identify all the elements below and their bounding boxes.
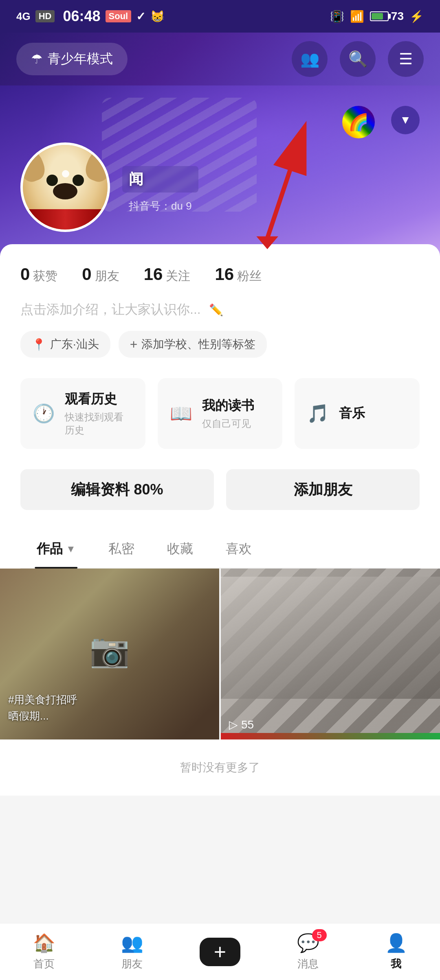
features-row: 🕐 观看历史 快速找到观看历史 📖 我的读书 仅自己可见 🎵 音乐 xyxy=(20,378,420,449)
username-area: 闻 抖音号：du 9 xyxy=(122,166,198,216)
profile-dropdown-button[interactable]: ▼ xyxy=(391,106,420,134)
soul-icon: Soul xyxy=(106,10,132,22)
nav-friends-label: 朋友 xyxy=(121,957,143,971)
video-item-2[interactable]: ▷ 55 xyxy=(221,569,440,739)
fans-label: 粉丝 xyxy=(237,268,262,284)
nav-create[interactable]: + xyxy=(187,938,253,966)
status-right: 📳 📶 73 ⚡ xyxy=(330,10,424,23)
profile-nav-icon: 👤 xyxy=(385,932,407,954)
bottom-navigation: 🏠 首页 👥 朋友 + 💬 5 消息 👤 我 xyxy=(0,923,440,980)
face-icon: 😸 xyxy=(150,10,165,23)
action-row: 编辑资料 80% 添加朋友 xyxy=(20,469,420,510)
book-icon: 📖 xyxy=(170,403,192,424)
wifi-icon: 📶 xyxy=(350,10,364,23)
nav-friends[interactable]: 👥 朋友 xyxy=(99,932,165,971)
video-item-1[interactable]: 📷 #用美食打招呼 晒假期... xyxy=(0,569,219,739)
profile-hero: 闻 抖音号：du 9 🌈 ▼ xyxy=(0,85,440,256)
video-tag-1: #用美食打招呼 xyxy=(8,693,77,707)
teen-mode-label: 青少年模式 xyxy=(48,50,113,68)
battery-fill xyxy=(372,13,383,20)
watch-history-card[interactable]: 🕐 观看历史 快速找到观看历史 xyxy=(20,378,145,449)
search-icon: 🔍 xyxy=(348,50,367,68)
tab-favorites-label: 收藏 xyxy=(167,540,193,558)
fans-count: 16 xyxy=(215,265,234,284)
profile-card: 0 获赞 0 朋友 16 关注 16 粉丝 点击添加介绍，让大家认识你... ✏… xyxy=(0,244,440,569)
edit-profile-button[interactable]: 编辑资料 80% xyxy=(20,469,214,510)
battery-percent: 73 xyxy=(391,10,404,23)
tab-favorites[interactable]: 收藏 xyxy=(151,530,209,568)
nav-home-label: 首页 xyxy=(33,957,55,971)
following-count: 16 xyxy=(144,265,163,284)
add-friend-button[interactable]: 添加朋友 xyxy=(226,469,420,510)
tab-private-label: 私密 xyxy=(108,540,134,558)
teen-mode-button[interactable]: ☂ 青少年模式 xyxy=(16,43,128,75)
charging-icon: ⚡ xyxy=(409,10,424,23)
add-tags-label: 添加学校、性别等标签 xyxy=(141,337,255,352)
friends-count: 0 xyxy=(82,265,91,284)
umbrella-icon: ☂ xyxy=(31,51,43,67)
no-more-text: 暂时没有更多了 xyxy=(0,739,440,796)
avatar-container xyxy=(20,142,110,232)
battery-container: 73 xyxy=(370,10,404,23)
watch-history-subtitle: 快速找到观看历史 xyxy=(65,411,133,437)
friends-label: 朋友 xyxy=(95,268,119,284)
menu-button[interactable]: ☰ xyxy=(388,41,424,77)
play-count-2: ▷ 55 xyxy=(229,718,254,731)
watch-history-text: 观看历史 快速找到观看历史 xyxy=(65,390,133,437)
tab-works-label: 作品 xyxy=(37,540,63,558)
music-card[interactable]: 🎵 音乐 xyxy=(295,378,420,449)
tab-works[interactable]: 作品 ▼ xyxy=(20,530,92,568)
content-tabs: 作品 ▼ 私密 收藏 喜欢 xyxy=(20,530,420,569)
reading-card[interactable]: 📖 我的读书 仅自己可见 xyxy=(158,378,283,449)
network-indicator: 4G xyxy=(16,10,31,23)
following-label: 关注 xyxy=(166,268,190,284)
bio-row[interactable]: 点击添加介绍，让大家认识你... ✏️ xyxy=(20,301,420,319)
location-icon: 📍 xyxy=(32,338,46,351)
friends-stat[interactable]: 0 朋友 xyxy=(82,265,119,284)
battery-indicator xyxy=(370,11,389,21)
music-text: 音乐 xyxy=(339,405,365,422)
tab-private[interactable]: 私密 xyxy=(92,530,151,568)
friends-button[interactable]: 👥 xyxy=(292,41,328,77)
likes-stat[interactable]: 0 获赞 xyxy=(20,265,57,284)
messages-badge: 5 xyxy=(312,929,327,941)
app-header: ☂ 青少年模式 👥 🔍 ☰ xyxy=(0,33,440,85)
chevron-down-icon: ▼ xyxy=(400,114,411,127)
play-count-text: 55 xyxy=(241,718,254,731)
hd-badge: HD xyxy=(35,10,55,22)
status-left: 4G HD 06:48 Soul ✓ 😸 xyxy=(16,8,165,25)
vibrate-icon: 📳 xyxy=(330,10,344,23)
no-more-label: 暂时没有更多了 xyxy=(180,761,260,774)
messages-badge-container: 💬 5 xyxy=(297,932,319,954)
rainbow-badge: 🌈 xyxy=(342,106,375,138)
menu-icon: ☰ xyxy=(399,50,413,68)
douyin-id: 抖音号：du 9 xyxy=(122,197,198,216)
location-tag[interactable]: 📍 广东·汕头 xyxy=(20,331,110,358)
fans-stat[interactable]: 16 粉丝 xyxy=(215,265,262,284)
status-bar: 4G HD 06:48 Soul ✓ 😸 📳 📶 73 ⚡ xyxy=(0,0,440,33)
tab-likes[interactable]: 喜欢 xyxy=(209,530,268,568)
plus-icon: + xyxy=(130,337,138,352)
nav-profile[interactable]: 👤 我 xyxy=(363,932,429,971)
nav-home[interactable]: 🏠 首页 xyxy=(11,932,77,971)
music-icon: 🎵 xyxy=(307,403,329,424)
following-stat[interactable]: 16 关注 xyxy=(144,265,191,284)
stats-row: 0 获赞 0 朋友 16 关注 16 粉丝 xyxy=(20,265,420,284)
location-text: 广东·汕头 xyxy=(50,337,99,352)
nav-messages-label: 消息 xyxy=(297,957,319,971)
video-grid: 📷 #用美食打招呼 晒假期... ▷ 55 xyxy=(0,569,440,739)
tab-likes-label: 喜欢 xyxy=(226,540,252,558)
camera-icon: 📷 xyxy=(89,631,130,669)
create-button[interactable]: + xyxy=(200,938,240,966)
watch-history-title: 观看历史 xyxy=(65,390,133,408)
search-button[interactable]: 🔍 xyxy=(340,41,376,77)
svg-line-1 xyxy=(267,129,304,238)
likes-label: 获赞 xyxy=(33,268,57,284)
reading-subtitle: 仅自己可见 xyxy=(202,417,254,430)
clock-icon: 🕐 xyxy=(33,403,55,424)
music-title: 音乐 xyxy=(339,405,365,422)
nav-messages[interactable]: 💬 5 消息 xyxy=(275,932,341,971)
add-tags-button[interactable]: + 添加学校、性别等标签 xyxy=(119,331,267,358)
avatar[interactable] xyxy=(20,142,110,232)
edit-bio-icon: ✏️ xyxy=(209,303,223,317)
